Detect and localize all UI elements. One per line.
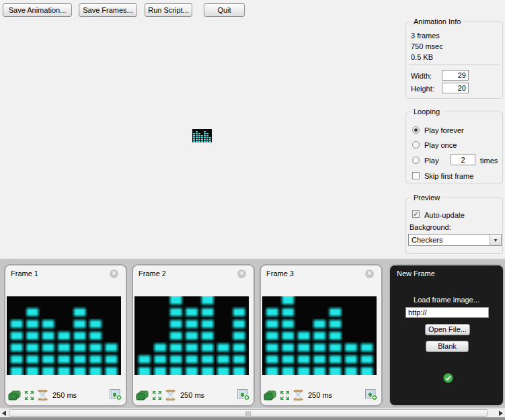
frames-count-text: 3 frames: [411, 32, 440, 40]
play-once-radio[interactable]: [412, 141, 420, 149]
preview-group: Preview ✓ Auto-update Background: Checke…: [405, 198, 503, 254]
frame-panel-2: Frame 2 × 250 ms: [132, 264, 255, 407]
looping-title: Looping: [412, 108, 442, 116]
frame-title: Frame 1: [11, 269, 38, 278]
background-selected-value: Checkers: [409, 236, 490, 244]
skip-first-frame-label[interactable]: Skip first frame: [424, 172, 473, 180]
background-select[interactable]: Checkers ▼: [408, 234, 502, 246]
expand-arrows-icon[interactable]: [24, 390, 34, 401]
animation-info-group: Animation Info 3 frames 750 msec 0.5 KB …: [405, 22, 503, 99]
close-icon[interactable]: ×: [110, 269, 118, 278]
close-icon[interactable]: ×: [365, 269, 374, 278]
save-frames-button[interactable]: Save Frames...: [79, 3, 137, 17]
background-label: Background:: [410, 223, 451, 231]
frame-duration: 250 ms: [180, 391, 204, 399]
file-size-text: 0.5 KB: [411, 53, 433, 61]
scrollbar-grip: [248, 411, 249, 416]
add-image-icon[interactable]: [237, 389, 250, 401]
window-edge: [0, 417, 505, 420]
add-image-icon[interactable]: [110, 389, 122, 401]
play-n-times-label[interactable]: Play: [424, 157, 438, 165]
expand-arrows-icon[interactable]: [152, 390, 162, 401]
auto-update-checkbox[interactable]: ✓: [412, 210, 420, 218]
looping-group: Looping Play forever Play once Play time…: [405, 112, 503, 183]
frame-image: [134, 296, 249, 375]
frame-duration: 250 ms: [52, 391, 77, 399]
scrollbar-thumb[interactable]: [9, 409, 488, 417]
frames-stack-icon[interactable]: [8, 390, 21, 401]
width-label: Width:: [411, 72, 432, 80]
hourglass-icon: [38, 390, 48, 401]
load-frame-prompt: Load frame image...: [390, 296, 503, 304]
frame-title: Frame 3: [266, 269, 294, 278]
check-circle-icon[interactable]: [443, 373, 453, 383]
frames-stack-icon[interactable]: [136, 390, 149, 401]
play-forever-label[interactable]: Play forever: [424, 126, 464, 134]
frame-duration: 250 ms: [308, 391, 332, 399]
frame-panel-3: Frame 3 × 250 ms: [260, 264, 383, 407]
expand-arrows-icon[interactable]: [280, 390, 290, 401]
frames-stack-icon[interactable]: [264, 390, 276, 401]
frame-image: [7, 296, 121, 375]
hourglass-icon: [165, 390, 176, 401]
play-once-label[interactable]: Play once: [424, 141, 457, 149]
height-field[interactable]: [442, 83, 469, 93]
horizontal-scrollbar: [0, 408, 505, 417]
times-label: times: [480, 157, 498, 165]
height-label: Height:: [411, 85, 434, 93]
preview-title: Preview: [412, 194, 442, 202]
skip-first-frame-checkbox[interactable]: ✓: [412, 172, 420, 179]
run-script-button[interactable]: Run Script...: [145, 3, 192, 17]
blank-frame-button[interactable]: Blank: [426, 341, 469, 352]
divider: [409, 65, 500, 65]
play-n-times-radio[interactable]: [412, 157, 420, 164]
animation-info-title: Animation Info: [412, 17, 463, 26]
frame-url-input[interactable]: [405, 307, 489, 318]
hourglass-icon: [293, 390, 303, 401]
frame-image: [262, 296, 377, 375]
animation-editor-window: Save Animation... Save Frames... Run Scr…: [0, 0, 505, 420]
add-image-icon[interactable]: [365, 389, 378, 401]
chevron-down-icon[interactable]: ▼: [490, 235, 501, 245]
close-icon[interactable]: ×: [237, 269, 246, 278]
scroll-right-icon[interactable]: [499, 411, 503, 416]
new-frame-title: New Frame: [397, 269, 435, 278]
frame-title: Frame 2: [139, 269, 166, 278]
width-field[interactable]: [442, 70, 469, 81]
play-times-field[interactable]: [451, 154, 475, 165]
quit-button[interactable]: Quit: [204, 3, 245, 17]
animation-preview: [192, 129, 212, 142]
auto-update-label[interactable]: Auto-update: [424, 211, 465, 219]
open-file-button[interactable]: Open File...: [425, 324, 470, 335]
scroll-left-icon[interactable]: [2, 411, 6, 416]
play-forever-radio[interactable]: [412, 126, 420, 134]
save-animation-button[interactable]: Save Animation...: [3, 3, 72, 17]
new-frame-panel: New Frame Load frame image... Open File.…: [389, 264, 504, 407]
total-duration-text: 750 msec: [411, 42, 443, 50]
frame-panel-1: Frame 1 × 250 ms: [4, 264, 127, 407]
